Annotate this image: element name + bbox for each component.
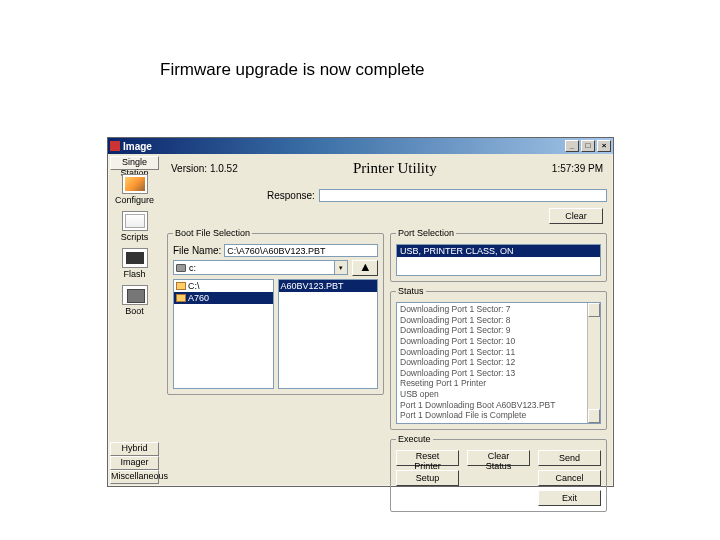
setup-button[interactable]: Setup — [396, 470, 459, 486]
list-item[interactable]: USB, PRINTER CLASS, ON — [397, 245, 600, 257]
sidebar-tab-single-station[interactable]: Single Station — [110, 156, 159, 170]
minimize-button[interactable]: _ — [565, 140, 579, 152]
clock: 1:57:39 PM — [552, 163, 603, 174]
sidebar-item-label: Configure — [115, 195, 154, 205]
cancel-button[interactable]: Cancel — [538, 470, 601, 486]
port-selection-group: Port Selection USB, PRINTER CLASS, ON — [390, 228, 607, 282]
close-button[interactable]: × — [597, 140, 611, 152]
sidebar-tab-miscellaneous[interactable]: Miscellaneous — [110, 470, 159, 484]
configure-icon — [122, 174, 148, 194]
status-line: Downloading Port 1 Sector: 11 — [400, 347, 597, 358]
sidebar-item-label: Scripts — [121, 232, 149, 242]
status-group: Status Downloading Port 1 Sector: 7 Down… — [390, 286, 607, 430]
sidebar-item-scripts[interactable]: Scripts — [110, 207, 159, 244]
app-window: Image _ □ × Single Station Configure Scr… — [107, 137, 614, 487]
status-legend: Status — [396, 286, 426, 296]
maximize-button[interactable]: □ — [581, 140, 595, 152]
response-label: Response: — [267, 190, 315, 201]
status-line: USB open — [400, 389, 597, 400]
status-line: Downloading Port 1 Sector: 12 — [400, 357, 597, 368]
list-item[interactable]: A760 — [174, 292, 273, 304]
reset-printer-button[interactable]: Reset Printer — [396, 450, 459, 466]
app-icon — [110, 141, 120, 151]
status-line: Port 1 Downloading Boot A60BV123.PBT — [400, 400, 597, 411]
sidebar-tab-hybrid[interactable]: Hybrid — [110, 442, 159, 456]
sidebar-item-label: Flash — [123, 269, 145, 279]
folder-listbox[interactable]: C:\ A760 — [173, 279, 274, 389]
status-line: Downloading Port 1 Sector: 13 — [400, 368, 597, 379]
status-line: Downloading Port 1 Sector: 10 — [400, 336, 597, 347]
scrollbar[interactable] — [587, 303, 600, 423]
status-line: Downloading Port 1 Sector: 8 — [400, 315, 597, 326]
status-line: USB open — [400, 421, 597, 424]
clear-status-button[interactable]: Clear Status — [467, 450, 530, 466]
sidebar-tab-imager[interactable]: Imager — [110, 456, 159, 470]
status-listbox[interactable]: Downloading Port 1 Sector: 7 Downloading… — [396, 302, 601, 424]
scripts-icon — [122, 211, 148, 231]
status-line: Port 1 Download File is Complete — [400, 410, 597, 421]
boot-icon — [122, 285, 148, 305]
list-item[interactable]: A60BV123.PBT — [279, 280, 378, 292]
boot-file-legend: Boot File Selection — [173, 228, 252, 238]
port-selection-legend: Port Selection — [396, 228, 456, 238]
page-caption: Firmware upgrade is now complete — [160, 60, 425, 80]
sidebar: Single Station Configure Scripts Flash B… — [108, 154, 161, 486]
exit-button[interactable]: Exit — [538, 490, 601, 506]
sidebar-item-label: Boot — [125, 306, 144, 316]
status-line: Downloading Port 1 Sector: 9 — [400, 325, 597, 336]
status-line: Downloading Port 1 Sector: 7 — [400, 304, 597, 315]
execute-group: Execute Reset Printer Clear Status Send … — [390, 434, 607, 512]
clear-button[interactable]: Clear — [549, 208, 603, 224]
flash-icon — [122, 248, 148, 268]
drive-label: c: — [189, 263, 196, 273]
drive-icon — [176, 264, 186, 272]
response-input[interactable] — [319, 189, 607, 202]
sidebar-item-flash[interactable]: Flash — [110, 244, 159, 281]
status-line: Reseting Port 1 Printer — [400, 378, 597, 389]
list-item[interactable]: C:\ — [174, 280, 273, 292]
file-name-input[interactable] — [224, 244, 378, 257]
file-listbox[interactable]: A60BV123.PBT — [278, 279, 379, 389]
sidebar-item-configure[interactable]: Configure — [110, 170, 159, 207]
send-button[interactable]: Send — [538, 450, 601, 466]
drive-select[interactable]: c: ▾ — [173, 260, 348, 275]
file-name-label: File Name: — [173, 245, 221, 256]
folder-icon — [176, 294, 186, 302]
execute-legend: Execute — [396, 434, 433, 444]
main-panel: Version: 1.0.52 Printer Utility 1:57:39 … — [161, 154, 613, 486]
folder-icon — [176, 282, 186, 290]
titlebar[interactable]: Image _ □ × — [108, 138, 613, 154]
nav-up-button[interactable]: ⯅ — [352, 260, 378, 276]
boot-file-selection-group: Boot File Selection File Name: c: ▾ ⯅ — [167, 228, 384, 395]
sidebar-item-boot[interactable]: Boot — [110, 281, 159, 318]
version-label: Version: 1.0.52 — [171, 163, 238, 174]
port-listbox[interactable]: USB, PRINTER CLASS, ON — [396, 244, 601, 276]
window-title: Image — [123, 141, 563, 152]
app-title: Printer Utility — [238, 160, 552, 177]
chevron-down-icon[interactable]: ▾ — [334, 261, 347, 274]
